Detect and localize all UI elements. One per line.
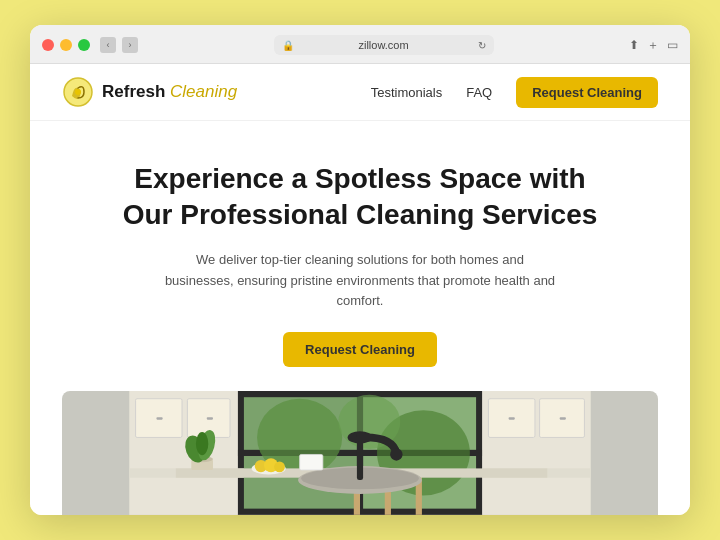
traffic-lights xyxy=(42,39,90,51)
sidebar-icon[interactable]: ▭ xyxy=(667,38,678,52)
address-bar[interactable]: zillow.com xyxy=(274,35,494,55)
hero-request-cleaning-button[interactable]: Request Cleaning xyxy=(283,332,437,367)
forward-button[interactable]: › xyxy=(122,37,138,53)
nav-link-faq[interactable]: FAQ xyxy=(466,85,492,100)
add-tab-icon[interactable]: ＋ xyxy=(647,37,659,54)
svg-rect-28 xyxy=(357,438,363,481)
site-nav: Refresh Cleaning Testimonials FAQ Reques… xyxy=(30,64,690,121)
logo-area: Refresh Cleaning xyxy=(62,76,371,108)
svg-point-1 xyxy=(75,89,81,95)
minimize-button[interactable] xyxy=(60,39,72,51)
hero-section: Experience a Spotless Space with Our Pro… xyxy=(30,121,690,391)
website-content: Refresh Cleaning Testimonials FAQ Reques… xyxy=(30,64,690,515)
kitchen-image xyxy=(62,391,658,515)
kitchen-scene-svg xyxy=(62,391,658,515)
logo-text: Refresh Cleaning xyxy=(102,82,237,102)
refresh-icon[interactable]: ↻ xyxy=(478,40,486,51)
nav-request-cleaning-button[interactable]: Request Cleaning xyxy=(516,77,658,108)
svg-rect-17 xyxy=(207,417,213,419)
address-bar-container: 🔒 zillow.com ↻ xyxy=(148,35,619,55)
hero-title: Experience a Spotless Space with Our Pro… xyxy=(120,161,600,234)
hero-subtitle: We deliver top-tier cleaning solutions f… xyxy=(160,250,560,312)
browser-chrome: ‹ › 🔒 zillow.com ↻ ⬆ ＋ ▭ xyxy=(30,25,690,64)
svg-point-39 xyxy=(274,462,285,473)
svg-rect-16 xyxy=(156,417,162,419)
logo-icon xyxy=(62,76,94,108)
lock-icon: 🔒 xyxy=(282,40,294,51)
back-button[interactable]: ‹ xyxy=(100,37,116,53)
share-icon[interactable]: ⬆ xyxy=(629,38,639,52)
browser-window: ‹ › 🔒 zillow.com ↻ ⬆ ＋ ▭ xyxy=(30,25,690,515)
maximize-button[interactable] xyxy=(78,39,90,51)
svg-rect-40 xyxy=(300,455,323,470)
svg-rect-22 xyxy=(509,417,515,419)
close-button[interactable] xyxy=(42,39,54,51)
browser-controls: ‹ › xyxy=(100,37,138,53)
svg-point-35 xyxy=(196,432,208,455)
svg-point-30 xyxy=(390,448,402,460)
nav-link-testimonials[interactable]: Testimonials xyxy=(371,85,443,100)
browser-actions: ⬆ ＋ ▭ xyxy=(629,37,678,54)
nav-links: Testimonials FAQ Request Cleaning xyxy=(371,77,658,108)
svg-rect-23 xyxy=(560,417,566,419)
